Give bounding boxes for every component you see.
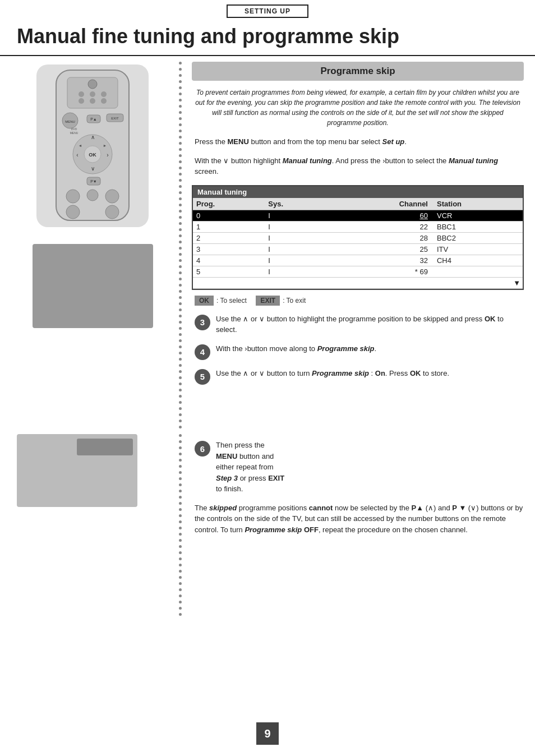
dot (179, 333, 182, 336)
right-column: Programme skip To prevent certain progra… (186, 56, 535, 428)
dot (179, 594, 182, 597)
svg-text:MENU: MENU (65, 120, 75, 123)
dot (179, 364, 182, 367)
table-header-row: Prog. Sys. Channel Station (193, 198, 523, 210)
bottom-left-column (0, 428, 174, 616)
dot (179, 477, 182, 480)
step-5: 5 Use the ∧ or ∨ button to turn Programm… (192, 368, 524, 385)
dot (179, 197, 182, 200)
dot (179, 74, 182, 77)
dot (179, 496, 182, 499)
dot (179, 86, 182, 89)
step-6: 6 Then press the MENU button and either … (192, 440, 524, 495)
ok-bold-2: OK (410, 369, 421, 377)
dot (179, 99, 182, 102)
dot (179, 564, 182, 566)
prog-cell: 4 (193, 255, 265, 266)
svg-text:MENU: MENU (70, 131, 79, 135)
dot (179, 154, 182, 157)
step-5-number: 5 (195, 369, 210, 385)
dot (179, 352, 182, 354)
channel-cell: 60 (326, 210, 433, 221)
dot (179, 327, 182, 330)
down-arrow-icon: ∨ (223, 156, 229, 165)
sys-cell: I (265, 243, 326, 255)
svg-text:∨: ∨ (91, 165, 95, 172)
exit-desc: : To exit (283, 297, 306, 305)
dot (179, 459, 182, 462)
sys-cell: I (265, 266, 326, 277)
table-row: 0 I 60 VCR (193, 210, 523, 221)
dot (179, 228, 182, 231)
svg-text:∧: ∧ (91, 134, 95, 140)
svg-text:‹: ‹ (76, 152, 78, 158)
dot (179, 123, 182, 126)
dot (179, 401, 182, 404)
dot (179, 502, 182, 505)
left-column: MENU EXIT DVD MENU P▲ OK ∧ ∨ ‹ › (0, 56, 174, 428)
table-row: 3 I 25 ITV (193, 243, 523, 255)
sys-cell: I (265, 255, 326, 266)
station-cell: CH4 (433, 255, 523, 266)
tv-screen-placeholder (33, 244, 153, 328)
dot (179, 557, 182, 560)
prog-cell: 2 (193, 232, 265, 243)
dot (179, 339, 182, 342)
main-content: MENU EXIT DVD MENU P▲ OK ∧ ∨ ‹ › (0, 56, 535, 428)
prog-cell: 3 (193, 243, 265, 255)
ok-bold: OK (485, 315, 496, 323)
step-4: 4 With the ›button move along to Program… (192, 343, 524, 360)
dot (179, 382, 182, 385)
svg-point-28 (90, 91, 95, 97)
step-3: 3 Use the ∧ or ∨ button to highlight the… (192, 314, 524, 335)
bottom-dots-divider (174, 428, 186, 616)
programme-skip-heading: Programme skip (192, 62, 524, 81)
dot (179, 259, 182, 262)
dot (179, 284, 182, 287)
cannot-bold: cannot (309, 504, 333, 512)
dots-divider (174, 56, 186, 428)
svg-point-32 (101, 98, 107, 104)
dot (179, 453, 182, 455)
dot (179, 407, 182, 410)
channel-header: Channel (326, 198, 433, 210)
dot (179, 148, 182, 151)
svg-point-24 (66, 205, 80, 219)
dot (179, 395, 182, 398)
dot (179, 265, 182, 268)
dot (179, 588, 182, 591)
dot (179, 345, 182, 348)
tuning-table: Prog. Sys. Channel Station 0 I 60 VCR 1 (193, 198, 523, 289)
svg-point-26 (88, 80, 97, 89)
dot (179, 130, 182, 132)
svg-text:EXIT: EXIT (111, 117, 119, 120)
dot (179, 234, 182, 237)
channel-cell: 22 (326, 221, 433, 232)
dot (179, 308, 182, 311)
dot (179, 582, 182, 585)
right-arrow-step4: › (245, 344, 247, 353)
dot (179, 191, 182, 194)
on-bold: On (375, 369, 385, 377)
step-6-number: 6 (195, 441, 210, 457)
ok-desc: : To select (216, 297, 247, 305)
sys-cell: I (265, 221, 326, 232)
bottom-right-column: 6 Then press the MENU button and either … (186, 428, 535, 616)
dot (179, 222, 182, 225)
dot (179, 376, 182, 379)
table-row: 5 I * 69 (193, 266, 523, 277)
svg-point-30 (79, 98, 84, 104)
dot (179, 570, 182, 573)
dot (179, 302, 182, 305)
svg-point-27 (79, 91, 84, 97)
dot (179, 278, 182, 280)
sys-cell: I (265, 232, 326, 243)
sys-header: Sys. (265, 198, 326, 210)
dot (179, 613, 182, 616)
channel-cell: 25 (326, 243, 433, 255)
step3-italic: Step 3 (216, 474, 238, 482)
dot (179, 105, 182, 108)
bottom-tv-screen (17, 434, 137, 507)
step-5-text: Use the ∧ or ∨ button to turn Programme … (216, 368, 449, 379)
step-6-text: Then press the MENU button and either re… (216, 440, 284, 495)
